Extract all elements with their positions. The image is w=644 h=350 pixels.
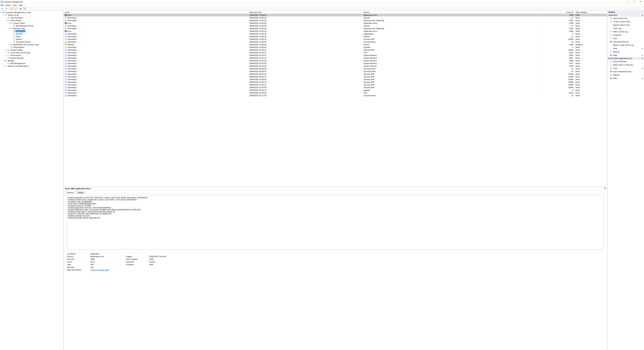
event-list[interactable]: Level Date and Time Source Event ID Task… <box>64 11 607 187</box>
col-header-task[interactable]: Task Category <box>574 11 607 13</box>
action-create-custom-view[interactable]: Create Custom View... <box>608 20 644 23</box>
tree-forwarded[interactable]: Forwarded Events <box>0 40 64 43</box>
event-row[interactable]: iInformation05/06/2022 22:55:12Security-… <box>64 84 607 86</box>
tree-custom-views[interactable]: ▾Custom Views <box>0 22 64 24</box>
action-help[interactable]: ?Help▶ <box>608 54 644 57</box>
event-row[interactable]: iInformation06/06/2022 01:01:07System-Re… <box>64 54 607 57</box>
event-row[interactable]: iInformation05/06/2022 22:49:37gupdate0N… <box>64 89 607 92</box>
action-attach-task[interactable]: Attach a Task To this Log... <box>608 44 644 47</box>
tree-security[interactable]: Security <box>0 32 64 35</box>
minimize-button[interactable]: — <box>625 0 631 4</box>
tree-system[interactable]: System <box>0 38 64 40</box>
action-refresh[interactable]: Refresh <box>608 50 644 54</box>
titlebar[interactable]: Computer Management — ▢ ✕ <box>0 0 644 4</box>
show-hide-tree-button[interactable] <box>10 7 13 10</box>
tree-app-services-logs[interactable]: ▸Applications and Services Logs <box>0 43 64 46</box>
tree-root[interactable]: ▾Computer Management (Local) <box>0 11 64 14</box>
event-row[interactable]: iInformation06/06/2022 01:01:02System Re… <box>64 62 607 65</box>
tree-windows-logs[interactable]: ▾Windows Logs <box>0 27 64 30</box>
event-row[interactable]: iInformation06/06/2022 00:55:53Security-… <box>64 73 607 76</box>
event-row[interactable]: iInformation06/06/2022 01:01:07System-Re… <box>64 57 607 59</box>
event-list-header[interactable]: Level Date and Time Source Event ID Task… <box>64 11 607 14</box>
event-row[interactable]: iInformation06/06/2022 19:39:47Security-… <box>64 48 607 51</box>
tree-device-manager[interactable]: Device Manager <box>0 57 64 59</box>
tree-admin-events[interactable]: Administrative Events <box>0 24 64 27</box>
event-row[interactable]: iInformation05/06/2022 23:58:24Security-… <box>64 81 607 84</box>
event-row[interactable]: iInformation06/06/2022 00:55:22Security-… <box>64 76 607 78</box>
link-event-log-help[interactable]: Event Log Online Help <box>90 269 109 271</box>
event-row[interactable]: iInformation06/06/2022 00:59:59SecurityC… <box>64 68 607 70</box>
menu-help[interactable]: Help <box>19 4 23 6</box>
collapse-icon[interactable]: ▴ <box>642 57 643 59</box>
action-properties[interactable]: Properties <box>608 33 644 37</box>
tree-event-viewer[interactable]: ▾Event Viewer <box>0 19 64 22</box>
tree-shared-folders[interactable]: ▸Shared Folders <box>0 48 64 51</box>
action-filter-log[interactable]: Filter Current Log... <box>608 30 644 33</box>
event-row[interactable]: iInformation06/06/2022 19:39:54gupdate0N… <box>64 46 607 48</box>
event-row[interactable]: iInformation06/06/2022 19:42:06Outlook27… <box>64 24 607 27</box>
event-row[interactable]: iInformation06/06/2022 01:01:02System Re… <box>64 65 607 68</box>
event-row[interactable]: iInformation06/06/2022 01:04:07VSS8224No… <box>64 51 607 54</box>
menu-file[interactable]: File <box>1 4 4 6</box>
event-row[interactable]: !Error06/06/2022 19:41:59Application Err… <box>64 30 607 32</box>
tree-storage[interactable]: ▾Storage <box>0 59 64 62</box>
tab-details[interactable]: Details <box>76 191 85 194</box>
tree-services-apps[interactable]: ▸Services and Applications <box>0 65 64 68</box>
event-row[interactable]: iInformation06/06/2022 19:40:33Security-… <box>64 38 607 40</box>
action-import-custom-view[interactable]: Import Custom View... <box>608 23 644 27</box>
maximize-button[interactable]: ▢ <box>631 0 637 4</box>
close-details-button[interactable]: ✕ <box>604 188 606 190</box>
properties-button[interactable] <box>14 7 17 10</box>
action-attach-task-event[interactable]: Attach Task To This Eve... <box>608 63 644 66</box>
action-open-saved-log[interactable]: Open Saved Log... <box>608 16 644 20</box>
action-group-application[interactable]: Application▴ <box>608 14 644 16</box>
action-refresh-2[interactable]: Refresh <box>608 73 644 76</box>
close-button[interactable]: ✕ <box>637 0 643 4</box>
event-row[interactable]: iInformation06/06/2022 19:40:35Outlook27… <box>64 35 607 38</box>
col-header-source[interactable]: Source <box>363 11 542 13</box>
help-button[interactable]: ? <box>19 7 22 10</box>
tree-local-users[interactable]: ▸Local Users and Groups <box>0 51 64 54</box>
tree-performance[interactable]: ▸Performance <box>0 54 64 57</box>
col-header-level[interactable]: Level <box>64 11 248 13</box>
event-row[interactable]: !Error06/06/2022 19:44:04Application Err… <box>64 14 607 16</box>
tab-general[interactable]: General <box>65 191 75 194</box>
back-button[interactable] <box>0 7 4 10</box>
event-row[interactable]: iInformation06/06/2022 01:01:05System-Re… <box>64 59 607 62</box>
tree-system-tools[interactable]: ▾System Tools <box>0 14 64 16</box>
action-pane-button[interactable] <box>23 7 26 10</box>
event-description[interactable]: Faulting application name: OUTLOOK.EXE, … <box>67 196 604 250</box>
event-row[interactable]: !Error06/06/2022 19:42:08Application Err… <box>64 22 607 24</box>
col-header-date[interactable]: Date and Time <box>248 11 363 13</box>
event-row[interactable]: iInformation06/06/2022 19:40:36edgeupdat… <box>64 32 607 35</box>
tree-subscriptions[interactable]: Subscriptions <box>0 46 64 48</box>
event-row[interactable]: iInformation05/06/2022 23:58:55Security-… <box>64 78 607 81</box>
tree-application[interactable]: Application <box>0 30 64 32</box>
action-save-all-events[interactable]: Save All Events As... <box>608 40 644 44</box>
action-help-2[interactable]: ?Help▶ <box>608 76 644 80</box>
event-row[interactable]: iInformation06/06/2022 19:44:02Outlook27… <box>64 16 607 19</box>
event-row[interactable]: iInformation06/06/2022 19:40:09SecurityC… <box>64 40 607 43</box>
action-find[interactable]: Find... <box>608 37 644 40</box>
event-row[interactable]: iInformation05/06/2022 22:54:39Security-… <box>64 86 607 89</box>
action-view[interactable]: View▶ <box>608 47 644 50</box>
collapse-icon[interactable]: ▴ <box>642 14 643 16</box>
tree-setup[interactable]: Setup <box>0 35 64 38</box>
action-copy[interactable]: Copy▶ <box>608 66 644 70</box>
action-clear-log[interactable]: Clear Log... <box>608 27 644 30</box>
action-save-selected[interactable]: Save Selected Events... <box>608 70 644 73</box>
action-event-properties[interactable]: Event Properties <box>608 60 644 63</box>
tree-disk-management[interactable]: Disk Management <box>0 62 64 65</box>
event-row[interactable]: iInformation06/06/2022 00:59:57SecurityC… <box>64 70 607 73</box>
event-row[interactable]: iInformation06/06/2022 19:42:06Windows E… <box>64 27 607 30</box>
menu-action[interactable]: Action <box>6 4 11 6</box>
event-row[interactable]: iInformation05/06/2022 20:17:43SecurityC… <box>64 94 607 97</box>
forward-button[interactable] <box>4 7 8 10</box>
event-row[interactable]: iInformation06/06/2022 19:42:09Windows E… <box>64 19 607 22</box>
navigation-tree[interactable]: ▾Computer Management (Local) ▾System Too… <box>0 11 64 350</box>
col-header-eventid[interactable]: Event ID <box>542 11 574 13</box>
tree-task-scheduler[interactable]: ▸Task Scheduler <box>0 16 64 19</box>
action-group-event[interactable]: Event 1000, Application Error▴ <box>608 57 644 60</box>
menu-view[interactable]: View <box>13 4 17 6</box>
event-row[interactable]: iInformation05/06/2022 20:19:48VSS8224No… <box>64 92 607 94</box>
